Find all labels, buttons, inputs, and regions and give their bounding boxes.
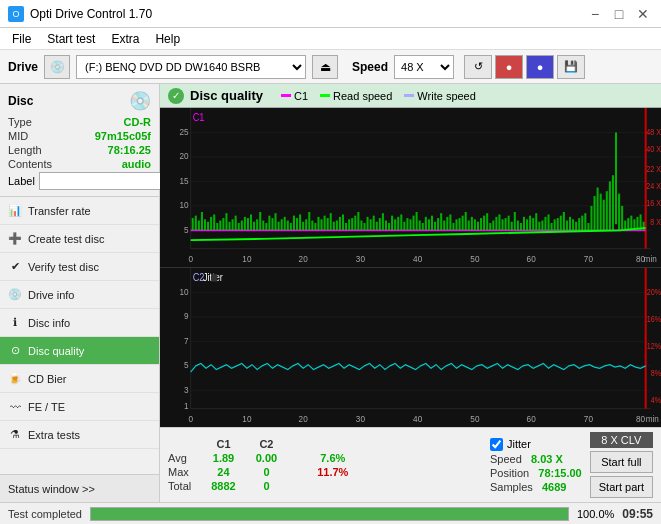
svg-text:70: 70 [584,413,593,424]
svg-rect-127 [486,213,488,230]
menu-start-test[interactable]: Start test [39,30,103,48]
disc-mid-field: MID 97m15c05f [8,130,151,142]
svg-rect-48 [244,217,246,230]
disc-label-input[interactable] [39,172,172,190]
sidebar-item-fe-te[interactable]: 〰 FE / TE [0,393,159,421]
sidebar-item-extra-tests[interactable]: ⚗ Extra tests [0,421,159,449]
svg-rect-105 [419,221,421,231]
cd-bier-icon: 🍺 [8,372,22,386]
chart-legend: C1 Read speed Write speed [281,90,476,102]
svg-rect-56 [268,216,270,231]
start-part-button[interactable]: Start part [590,476,653,498]
maximize-button[interactable]: □ [609,4,629,24]
col-c1-header: C1 [201,437,245,451]
sidebar-item-disc-info[interactable]: ℹ Disc info [0,309,159,337]
svg-rect-106 [422,223,424,230]
svg-rect-85 [357,212,359,230]
sidebar-item-cd-bier[interactable]: 🍺 CD Bier [0,365,159,393]
speed-refresh-button[interactable]: ↺ [464,55,492,79]
minimize-button[interactable]: − [585,4,605,24]
svg-text:4%: 4% [651,395,661,405]
sidebar-item-drive-info[interactable]: 💿 Drive info [0,281,159,309]
save-button[interactable]: 💾 [557,55,585,79]
status-window-item[interactable]: Status window >> [0,474,159,502]
svg-rect-34 [201,212,203,230]
svg-text:7: 7 [184,335,189,346]
max-label: Max [168,465,201,479]
svg-rect-173 [627,218,629,230]
svg-rect-54 [262,221,264,231]
svg-rect-212 [211,274,217,281]
total-c1: 8882 [201,479,245,493]
svg-rect-44 [232,219,234,230]
svg-rect-52 [256,219,258,230]
svg-rect-109 [431,216,433,231]
svg-rect-113 [443,221,445,231]
progress-bar [90,507,569,521]
svg-rect-39 [216,223,218,230]
svg-text:16%: 16% [647,314,661,324]
svg-text:70: 70 [584,253,593,264]
svg-rect-169 [615,132,617,224]
legend-write-speed: Write speed [404,90,476,102]
menu-help[interactable]: Help [147,30,188,48]
svg-rect-166 [606,191,608,230]
svg-rect-144 [538,222,540,231]
menu-bar: File Start test Extra Help [0,28,661,50]
start-full-button[interactable]: Start full [590,451,653,473]
svg-rect-93 [382,213,384,230]
svg-text:40 X: 40 X [646,144,661,154]
drive-select[interactable]: (F:) BENQ DVD DD DW1640 BSRB [76,55,306,79]
total-c2: 0 [246,479,287,493]
max-c2: 0 [246,465,287,479]
app-title: Opti Drive Control 1.70 [30,7,152,21]
eject-button[interactable]: ⏏ [312,55,338,79]
speed-select[interactable]: 48 X [394,55,454,79]
speed-red-button[interactable]: ● [495,55,523,79]
svg-rect-163 [597,188,599,231]
svg-rect-73 [321,219,323,230]
svg-rect-94 [385,221,387,231]
transfer-rate-icon: 📊 [8,204,22,218]
avg-c2: 0.00 [246,451,287,465]
svg-rect-165 [603,200,605,231]
speed-blue-button[interactable]: ● [526,55,554,79]
read-speed-color-dot [320,94,330,97]
svg-rect-55 [265,223,267,230]
disc-contents-value: audio [122,158,151,170]
svg-rect-67 [302,222,304,231]
sidebar-item-disc-quality[interactable]: ⊙ Disc quality [0,337,159,365]
window-controls: − □ ✕ [585,4,653,24]
svg-rect-61 [284,217,286,230]
svg-rect-149 [554,219,556,230]
disc-label-row: Label ✎ [8,172,151,190]
sidebar-item-create-test-disc[interactable]: ➕ Create test disc [0,225,159,253]
svg-rect-138 [520,223,522,230]
svg-text:3: 3 [184,384,189,395]
svg-rect-152 [563,212,565,230]
svg-text:10: 10 [242,253,251,264]
col-label-header [168,437,201,451]
menu-file[interactable]: File [4,30,39,48]
sidebar-item-verify-test-disc[interactable]: ✔ Verify test disc [0,253,159,281]
sidebar-item-transfer-rate[interactable]: 📊 Transfer rate [0,197,159,225]
svg-rect-38 [213,214,215,230]
menu-extra[interactable]: Extra [103,30,147,48]
speed-label-text: Speed [490,453,522,465]
jitter-checkbox[interactable] [490,438,503,451]
svg-rect-83 [351,218,353,230]
svg-rect-99 [400,214,402,230]
disc-title: Disc [8,94,33,108]
svg-text:12%: 12% [647,341,661,351]
drive-icon-button[interactable]: 💿 [44,55,70,79]
max-jitter: 11.7% [307,465,358,479]
svg-rect-66 [299,214,301,230]
stats-table: C1 C2 Avg 1.89 0.00 [168,437,480,493]
close-button[interactable]: ✕ [633,4,653,24]
c1-chart: 25 20 15 10 5 48 X 40 X 22 X 24 X 16 X 8… [160,108,661,268]
status-text: Test completed [8,508,82,520]
svg-rect-77 [333,222,335,231]
svg-rect-98 [397,217,399,230]
svg-rect-58 [275,213,277,230]
svg-rect-40 [219,221,221,231]
